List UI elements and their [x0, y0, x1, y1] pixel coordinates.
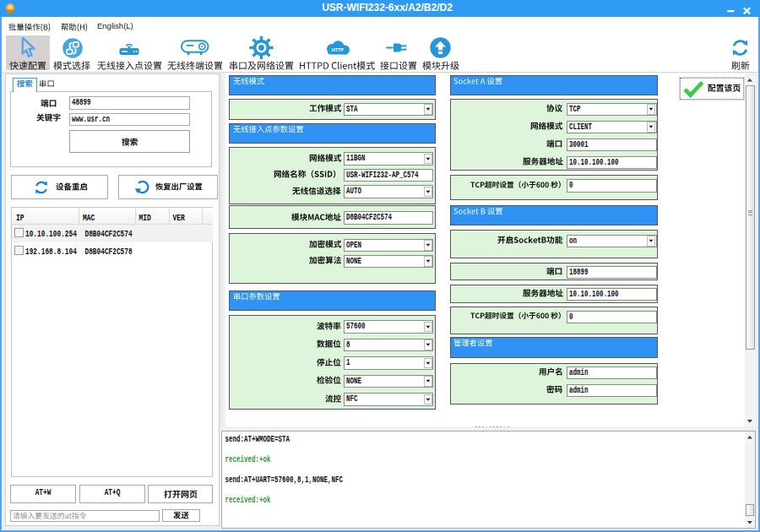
svg-text:HTTP: HTTP [332, 47, 344, 52]
